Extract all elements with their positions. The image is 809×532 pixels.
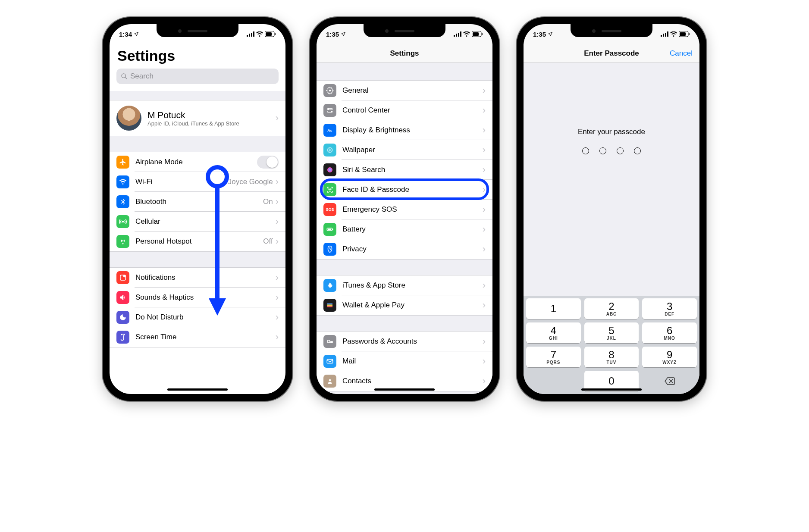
contacts-icon: [323, 375, 336, 388]
svg-rect-45: [663, 34, 664, 37]
keypad-key-6[interactable]: 6MNO: [642, 322, 697, 343]
keypad-backspace[interactable]: [642, 371, 697, 391]
chevron-right-icon: ›: [276, 216, 279, 227]
svg-point-43: [329, 379, 331, 382]
settings-row-battery[interactable]: Battery›: [317, 219, 492, 239]
settings-row-wallpaper[interactable]: Wallpaper›: [317, 140, 492, 160]
settings-row-personal-hotspot[interactable]: Personal HotspotOff›: [110, 232, 285, 251]
keypad-key-7[interactable]: 7PQRS: [526, 347, 581, 367]
svg-rect-49: [689, 33, 690, 35]
keypad-key-9[interactable]: 9WXYZ: [642, 347, 697, 367]
settings-row-wallet-apple-pay[interactable]: Wallet & Apple Pay›: [317, 295, 492, 315]
chevron-right-icon: ›: [276, 196, 279, 207]
settings-row-mail[interactable]: Mail›: [317, 351, 492, 371]
keypad-key-3[interactable]: 3DEF: [642, 298, 697, 319]
cellular-icon: [116, 215, 129, 228]
row-label: Mail: [342, 357, 483, 366]
settings-row-itunes-app-store[interactable]: iTunes & App Store›: [317, 275, 492, 295]
settings-row-do-not-disturb[interactable]: Do Not Disturb›: [110, 307, 285, 327]
svg-point-31: [329, 150, 331, 151]
row-label: Emergency SOS: [342, 205, 483, 214]
settings-row-emergency-sos[interactable]: SOSEmergency SOS›: [317, 200, 492, 219]
faceid-icon: [323, 183, 336, 196]
search-icon: [121, 73, 128, 80]
settings-row-bluetooth[interactable]: BluetoothOn›: [110, 192, 285, 212]
signal-icon: [661, 31, 668, 37]
wifi-status-icon: [670, 31, 677, 37]
settings-row-control-center[interactable]: Control Center›: [317, 100, 492, 120]
settings-row-display-brightness[interactable]: AADisplay & Brightness›: [317, 120, 492, 140]
svg-point-32: [327, 167, 332, 172]
svg-rect-0: [247, 35, 248, 37]
wifi-status-icon: [463, 31, 470, 37]
location-icon: [548, 31, 553, 37]
svg-rect-46: [665, 33, 666, 37]
svg-rect-47: [667, 31, 668, 37]
profile-cell[interactable]: M Potuck Apple ID, iCloud, iTunes & App …: [110, 100, 285, 136]
settings-row-screen-time[interactable]: Screen Time›: [110, 327, 285, 347]
toggle-switch[interactable]: [257, 156, 279, 169]
chevron-right-icon: ›: [483, 105, 486, 116]
chevron-right-icon: ›: [276, 176, 279, 188]
svg-rect-50: [680, 32, 686, 36]
settings-row-passwords-accounts[interactable]: Passwords & Accounts›: [317, 332, 492, 351]
nav-bar: Settings: [317, 44, 492, 63]
nav-bar: Enter Passcode Cancel: [524, 44, 699, 63]
row-label: Face ID & Passcode: [342, 185, 483, 194]
svg-point-12: [123, 275, 126, 277]
svg-point-41: [327, 340, 330, 343]
numeric-keypad: 12ABC3DEF4GHI5JKL6MNO7PQRS8TUV9WXYZ0: [524, 296, 699, 394]
svg-rect-6: [266, 32, 272, 36]
wifi-icon: [116, 175, 129, 188]
settings-row-airplane-mode[interactable]: Airplane Mode: [110, 152, 285, 172]
svg-rect-3: [253, 31, 254, 37]
keypad-key-1[interactable]: 1: [526, 298, 581, 319]
settings-row-wi-fi[interactable]: Wi-FiJoyce Google›: [110, 172, 285, 192]
key-letters: ABC: [606, 312, 617, 316]
svg-rect-16: [454, 35, 455, 37]
settings-row-notifications[interactable]: Notifications›: [110, 268, 285, 288]
avatar: [116, 106, 141, 131]
home-indicator[interactable]: [581, 388, 642, 391]
row-value: Off: [263, 237, 273, 246]
svg-rect-42: [327, 360, 333, 363]
notch: [571, 24, 652, 37]
keypad-key-4[interactable]: 4GHI: [526, 322, 581, 343]
battery-icon: [265, 31, 276, 37]
screen-3: 1:35 Enter Passcode Cancel Enter your pa…: [524, 24, 699, 394]
svg-rect-22: [473, 32, 479, 36]
keypad-empty: [526, 371, 581, 391]
key-number: 0: [608, 376, 614, 386]
status-time: 1:35: [326, 31, 339, 38]
row-label: Display & Brightness: [342, 126, 483, 135]
row-label: Wallpaper: [342, 146, 483, 154]
settings-row-face-id-passcode[interactable]: Face ID & Passcode›: [317, 180, 492, 200]
key-letters: TUV: [606, 360, 616, 365]
settings-group-device: General›Control Center›AADisplay & Brigh…: [317, 80, 492, 260]
svg-rect-37: [328, 229, 331, 230]
location-icon: [134, 31, 139, 37]
svg-point-10: [122, 240, 124, 241]
chevron-right-icon: ›: [483, 244, 486, 255]
settings-row-siri-search[interactable]: Siri & Search›: [317, 160, 492, 180]
home-indicator[interactable]: [374, 388, 435, 391]
settings-row-cellular[interactable]: Cellular›: [110, 212, 285, 232]
cancel-button[interactable]: Cancel: [670, 49, 693, 58]
keypad-key-5[interactable]: 5JKL: [584, 322, 639, 343]
settings-row-general[interactable]: General›: [317, 81, 492, 100]
chevron-right-icon: ›: [483, 204, 486, 215]
wallet-icon: [323, 299, 336, 312]
home-indicator[interactable]: [167, 388, 228, 391]
row-label: Notifications: [135, 273, 276, 282]
key-number: 5: [608, 325, 614, 336]
search-input[interactable]: Search: [116, 69, 279, 84]
svg-rect-18: [458, 33, 459, 37]
svg-rect-19: [460, 31, 461, 37]
chevron-right-icon: ›: [276, 113, 279, 124]
keypad-key-2[interactable]: 2ABC: [584, 298, 639, 319]
row-label: Bluetooth: [135, 197, 263, 206]
settings-row-sounds-haptics[interactable]: Sounds & Haptics›: [110, 288, 285, 307]
keypad-key-8[interactable]: 8TUV: [584, 347, 639, 367]
svg-rect-21: [482, 33, 483, 35]
settings-row-privacy[interactable]: Privacy›: [317, 239, 492, 259]
